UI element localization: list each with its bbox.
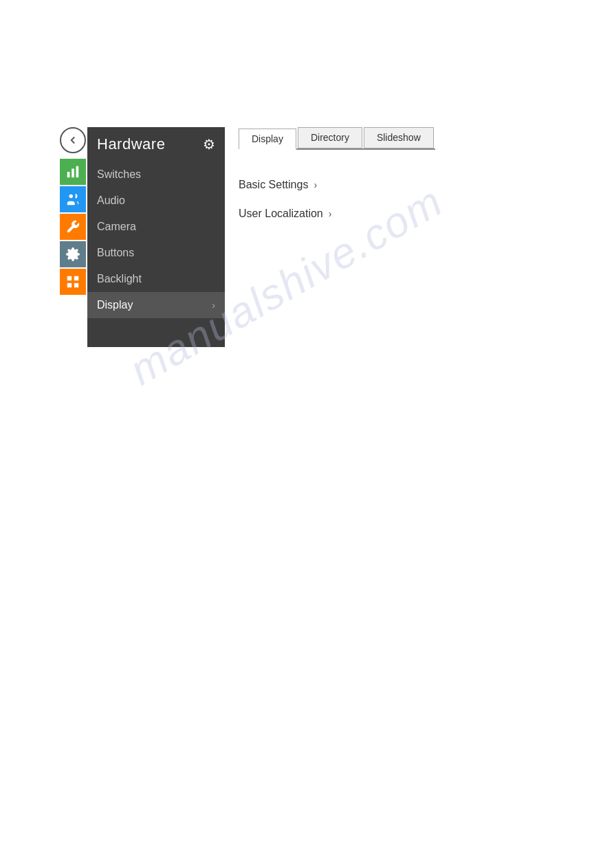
sidebar-item-camera[interactable]: Camera bbox=[87, 214, 225, 240]
tab-directory[interactable]: Directory bbox=[298, 127, 362, 148]
sidebar-item-backlight[interactable]: Backlight bbox=[87, 266, 225, 292]
content-row-basic-settings[interactable]: Basic Settings › bbox=[239, 170, 435, 199]
sidebar-item-switches-label: Switches bbox=[97, 168, 141, 181]
user-localization-chevron: › bbox=[329, 208, 332, 219]
content-area: Display Directory Slideshow Basic Settin… bbox=[225, 127, 449, 347]
sidebar-title: Hardware bbox=[97, 135, 165, 153]
tab-display[interactable]: Display bbox=[239, 129, 296, 150]
gear-icon-button[interactable] bbox=[60, 241, 86, 267]
sidebar-item-audio-label: Audio bbox=[97, 194, 125, 207]
bar-chart-icon-button[interactable] bbox=[60, 159, 86, 185]
sidebar-item-switches[interactable]: Switches bbox=[87, 162, 225, 188]
sidebar-item-display-label: Display bbox=[97, 299, 133, 311]
basic-settings-label: Basic Settings bbox=[239, 179, 308, 191]
content-row-user-localization[interactable]: User Localization › bbox=[239, 199, 435, 228]
sidebar-header: Hardware ⚙ bbox=[87, 127, 225, 162]
svg-point-3 bbox=[69, 194, 74, 199]
sidebar-item-backlight-label: Backlight bbox=[97, 273, 142, 285]
svg-rect-1 bbox=[72, 168, 74, 177]
sidebar-item-display-chevron: › bbox=[212, 300, 215, 311]
svg-rect-5 bbox=[67, 276, 72, 280]
sidebar-item-buttons-label: Buttons bbox=[97, 247, 134, 259]
sidebar-item-buttons[interactable]: Buttons bbox=[87, 240, 225, 266]
svg-rect-0 bbox=[67, 172, 70, 177]
svg-rect-7 bbox=[67, 283, 72, 287]
tools-icon-button[interactable] bbox=[60, 214, 86, 240]
user-localization-label: User Localization bbox=[239, 208, 323, 220]
tabs-bar: Display Directory Slideshow bbox=[239, 127, 435, 150]
content-items: Basic Settings › User Localization › bbox=[239, 164, 435, 235]
people-icon-button[interactable] bbox=[60, 186, 86, 212]
svg-rect-8 bbox=[74, 283, 78, 287]
sidebar-item-audio[interactable]: Audio bbox=[87, 188, 225, 214]
sidebar: Hardware ⚙ Switches Audio Camera Buttons… bbox=[87, 127, 225, 347]
back-button[interactable] bbox=[60, 127, 86, 153]
grid-icon-button[interactable] bbox=[60, 269, 86, 295]
sidebar-item-display[interactable]: Display › bbox=[87, 292, 225, 318]
sidebar-gear-icon[interactable]: ⚙ bbox=[203, 136, 215, 153]
icon-bar bbox=[58, 127, 87, 347]
svg-rect-6 bbox=[74, 276, 78, 280]
tab-slideshow[interactable]: Slideshow bbox=[364, 127, 434, 148]
basic-settings-chevron: › bbox=[314, 179, 317, 190]
sidebar-item-camera-label: Camera bbox=[97, 221, 136, 233]
svg-rect-2 bbox=[76, 166, 79, 178]
